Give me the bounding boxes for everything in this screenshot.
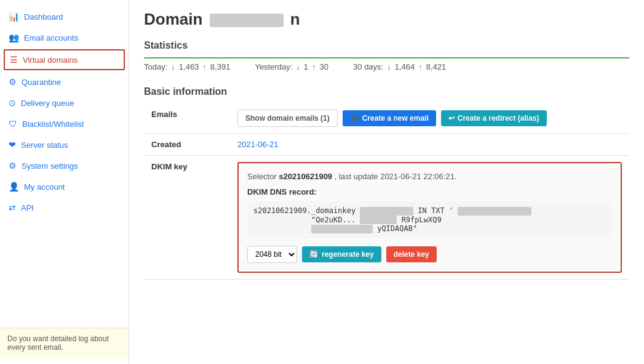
- email-accounts-icon: 👥: [9, 33, 19, 42]
- info-table: Emails Show domain emails (1) ➕ Create a…: [144, 103, 629, 280]
- create-new-email-button[interactable]: ➕ Create a new email: [343, 110, 436, 126]
- dkim-dns-title: DKIM DNS record:: [247, 187, 612, 196]
- sidebar-item-label: Delivery queue: [21, 99, 74, 108]
- show-domain-emails-button[interactable]: Show domain emails (1): [237, 110, 338, 127]
- sidebar-item-label: Email accounts: [24, 33, 78, 42]
- sidebar: 📊 Dashboard 👥 Email accounts ☰ Virtual d…: [0, 0, 129, 364]
- created-label: Created: [144, 134, 230, 156]
- sidebar-item-my-account[interactable]: 👤 My account: [0, 176, 129, 197]
- main-content: Domain n Statistics Today: ↓ 1,463 ↑ 8,3…: [129, 0, 644, 364]
- domain-name-blurred: [210, 14, 284, 27]
- bit-select[interactable]: 1024 bit 2048 bit 4096 bit: [247, 246, 297, 263]
- my-account-icon: 👤: [9, 182, 19, 192]
- sidebar-item-label: API: [21, 203, 34, 212]
- regenerate-key-button[interactable]: 🔄 regenerate key: [302, 246, 381, 262]
- sidebar-item-email-accounts[interactable]: 👥 Email accounts: [0, 27, 129, 48]
- sidebar-item-delivery-queue[interactable]: ⊙ Delivery queue: [0, 92, 129, 113]
- dkim-blurred-3: [360, 216, 397, 224]
- stat-yesterday: Yesterday: ↓ 1 ↑ 30: [255, 62, 328, 71]
- sidebar-item-blacklist-whitelist[interactable]: 🛡 Blacklist/Whitelist: [0, 113, 129, 134]
- 30days-down-arrow: ↓: [387, 62, 391, 71]
- email-action-buttons: Show domain emails (1) ➕ Create a new em…: [237, 110, 622, 127]
- quarantine-icon: ⚙: [9, 77, 17, 87]
- dkim-selector-info: Selector s20210621909 , last update 2021…: [247, 172, 612, 181]
- stat-today: Today: ↓ 1,463 ↑ 8,391: [144, 62, 230, 71]
- yesterday-up-arrow: ↑: [312, 62, 316, 71]
- basic-info-title: Basic information: [144, 86, 629, 97]
- dkim-label: DKIM key: [144, 156, 230, 280]
- dkim-blurred-2: [458, 207, 531, 216]
- sidebar-item-server-status[interactable]: ❤ Server status: [0, 134, 129, 155]
- dkim-value: Selector s20210621909 , last update 2021…: [230, 156, 629, 280]
- sidebar-item-label: Blacklist/Whitelist: [22, 119, 84, 129]
- dkim-blurred-4: [311, 225, 373, 233]
- create-redirect-button[interactable]: ↩ Create a redirect (alias): [441, 110, 547, 126]
- stats-chart-line: [144, 57, 629, 59]
- dkim-dns-record: s20210621909._domainkey IN TXT ' "Qe2uKD…: [247, 201, 612, 238]
- api-icon: ⇄: [9, 203, 16, 212]
- sidebar-item-label: Server status: [21, 140, 68, 150]
- blacklist-icon: 🛡: [9, 119, 17, 129]
- redirect-icon: ↩: [448, 114, 455, 123]
- sidebar-item-dashboard[interactable]: 📊 Dashboard: [0, 6, 129, 27]
- sidebar-item-label: System settings: [22, 161, 78, 171]
- sidebar-item-virtual-domains[interactable]: ☰ Virtual domains: [4, 49, 125, 70]
- dashboard-icon: 📊: [9, 12, 19, 22]
- table-row-dkim: DKIM key Selector s20210621909 , last up…: [144, 156, 629, 280]
- sidebar-item-label: Quarantine: [22, 78, 61, 87]
- statistics-row: Today: ↓ 1,463 ↑ 8,391 Yesterday: ↓ 1 ↑ …: [144, 62, 629, 71]
- delete-key-button[interactable]: delete key: [386, 246, 437, 262]
- yesterday-down-arrow: ↓: [296, 62, 300, 71]
- sidebar-item-quarantine[interactable]: ⚙ Quarantine: [0, 71, 129, 92]
- table-row-emails: Emails Show domain emails (1) ➕ Create a…: [144, 103, 629, 134]
- sidebar-promo: Do you want detailed log about every sen…: [0, 328, 129, 358]
- page-title: Domain n: [144, 10, 629, 29]
- statistics-title: Statistics: [144, 40, 629, 51]
- emails-value: Show domain emails (1) ➕ Create a new em…: [230, 103, 629, 134]
- today-up-arrow: ↑: [202, 62, 207, 71]
- refresh-icon: 🔄: [309, 250, 319, 259]
- today-down-arrow: ↓: [171, 62, 175, 71]
- dkim-box: Selector s20210621909 , last update 2021…: [237, 162, 622, 273]
- stat-30days: 30 days: ↓ 1,464 ↑ 8,421: [353, 62, 446, 71]
- sidebar-item-label: Dashboard: [24, 12, 63, 22]
- dkim-actions: 1024 bit 2048 bit 4096 bit 🔄 regenerate …: [247, 246, 612, 263]
- virtual-domains-icon: ☰: [10, 55, 18, 65]
- sidebar-item-label: Virtual domains: [23, 55, 78, 65]
- emails-label: Emails: [144, 103, 230, 134]
- sidebar-item-api[interactable]: ⇄ API: [0, 197, 129, 218]
- plus-icon: ➕: [350, 114, 359, 123]
- sidebar-item-label: My account: [24, 182, 65, 192]
- delivery-queue-icon: ⊙: [9, 98, 16, 108]
- 30days-up-arrow: ↑: [418, 62, 423, 71]
- created-value: 2021-06-21: [230, 134, 629, 156]
- server-status-icon: ❤: [9, 140, 16, 150]
- dkim-blurred-1: [360, 207, 413, 216]
- system-settings-icon: ⚙: [9, 161, 17, 171]
- table-row-created: Created 2021-06-21: [144, 134, 629, 156]
- sidebar-item-system-settings[interactable]: ⚙ System settings: [0, 155, 129, 176]
